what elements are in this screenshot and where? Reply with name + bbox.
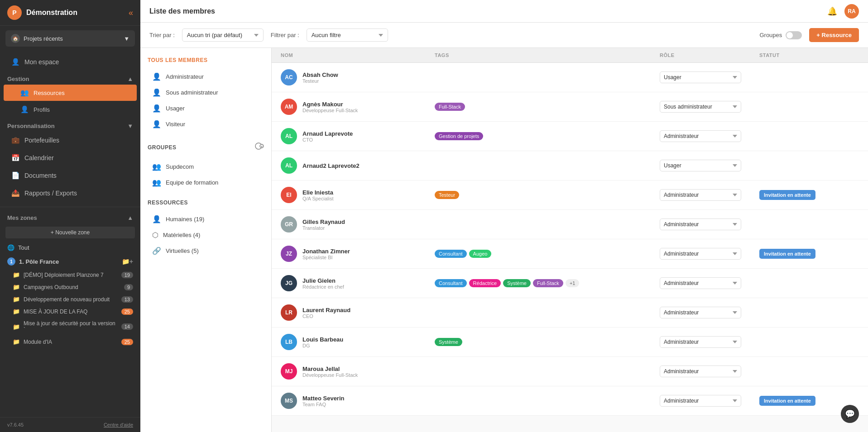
sidebar-item-rapports[interactable]: 📤 Rapports / Exports bbox=[4, 185, 137, 202]
folder-campagnes[interactable]: 📁 Campagnes Outbound 9 bbox=[0, 281, 140, 293]
project-icon: 🏠 bbox=[11, 34, 20, 43]
gestion-section-header[interactable]: Gestion ▲ bbox=[0, 71, 140, 84]
zone-add-icon[interactable]: 📁+ bbox=[122, 258, 133, 265]
folder-demo-planzone[interactable]: 📁 [DÉMO] Déploiement Planzone 7 19 bbox=[0, 269, 140, 281]
role-cell: Usager Administrateur Sous administrateu… bbox=[660, 71, 759, 83]
mes-zones-header[interactable]: Mes zones ▲ bbox=[0, 210, 140, 226]
member-details: Laurent Raynaud CEO bbox=[302, 307, 350, 319]
member-info: EI Elie Iniesta Q/A Specialist bbox=[281, 187, 435, 203]
tag: Full-Stack bbox=[533, 279, 563, 287]
resource-label: Virtuelles (5) bbox=[166, 247, 199, 254]
member-role-text: Rédactrice en chef bbox=[302, 284, 344, 290]
zone-all[interactable]: 🌐 Tout bbox=[0, 241, 140, 254]
role-select[interactable]: Administrateur Administrateur Sous admin… bbox=[660, 189, 741, 201]
member-details: Louis Barbeau DG bbox=[302, 336, 343, 348]
humaines-icon: 👤 bbox=[152, 215, 161, 223]
role-select[interactable]: Sous administrateur Administrateur Sous … bbox=[660, 101, 741, 113]
folder-securite[interactable]: 📁 Mise à jour de sécurité pour la versio… bbox=[0, 318, 140, 336]
help-link[interactable]: Centre d'aide bbox=[104, 422, 133, 427]
role-select[interactable]: Administrateur Administrateur Sous admin… bbox=[660, 366, 741, 377]
role-select[interactable]: Administrateur Administrateur Sous admin… bbox=[660, 277, 741, 289]
col-nom: NOM bbox=[281, 52, 435, 58]
mes-zones-toggle-icon: ▲ bbox=[127, 214, 133, 221]
role-select[interactable]: Administrateur Administrateur Sous admin… bbox=[660, 395, 741, 407]
member-details: Gilles Raynaud Translator bbox=[302, 218, 345, 231]
col-role: RÔLE bbox=[660, 52, 759, 58]
sidebar-item-calendrier[interactable]: 📅 Calendrier bbox=[4, 149, 137, 166]
role-select[interactable]: Usager Administrateur Sous administrateu… bbox=[660, 160, 741, 171]
folder-label: Mise à jour de sécurité pour la version … bbox=[24, 320, 118, 333]
new-zone-button[interactable]: + Nouvelle zone bbox=[5, 227, 135, 238]
avatar: LR bbox=[281, 304, 297, 321]
folder-dev-nouveau-produit[interactable]: 📁 Développement de nouveau produit 13 bbox=[0, 293, 140, 305]
right-panel: NOM TAGS RÔLE STATUT AC Absah Chow Teste… bbox=[272, 48, 868, 432]
role-select[interactable]: Administrateur Administrateur Sous admin… bbox=[660, 218, 741, 230]
ressources-icon: 👥 bbox=[20, 89, 29, 97]
svg-text:+: + bbox=[261, 145, 263, 149]
group-equipe-formation[interactable]: 👥 Equipe de formation bbox=[148, 175, 264, 190]
member-type-sous-administrateur[interactable]: 👤 Sous administrateur bbox=[148, 85, 264, 100]
portefeuilles-icon: 💼 bbox=[11, 136, 20, 144]
role-select[interactable]: Administrateur Administrateur Sous admin… bbox=[660, 248, 741, 260]
filter-select[interactable]: Aucun filtre bbox=[307, 28, 388, 42]
zone-pole-france[interactable]: 1 1. Pôle France 📁+ bbox=[0, 254, 140, 269]
resource-humaines[interactable]: 👤 Humaines (19) bbox=[148, 211, 264, 227]
role-select[interactable]: Usager Administrateur Sous administrateu… bbox=[660, 71, 741, 83]
member-type-label: Usager bbox=[166, 105, 185, 112]
avatar: EI bbox=[281, 187, 297, 203]
folder-label: MISE À JOUR DE LA FAQ bbox=[24, 309, 87, 315]
add-group-button[interactable]: + bbox=[254, 141, 264, 153]
zone-all-icon: 🌐 bbox=[7, 244, 14, 251]
user-avatar[interactable]: RA bbox=[844, 4, 859, 19]
sort-select[interactable]: Aucun tri (par défaut) bbox=[182, 28, 264, 42]
groups-toggle[interactable] bbox=[786, 31, 802, 39]
notification-bell-icon[interactable]: 🔔 bbox=[827, 6, 837, 16]
chat-icon[interactable]: 💬 bbox=[841, 405, 859, 423]
sidebar-logo: P Démonstration bbox=[7, 5, 77, 20]
project-selector[interactable]: 🏠 Projets récents ▼ bbox=[5, 30, 135, 47]
role-cell: Sous administrateur Administrateur Sous … bbox=[660, 101, 759, 113]
role-cell: Administrateur Administrateur Sous admin… bbox=[660, 130, 759, 142]
member-type-usager[interactable]: 👤 Usager bbox=[148, 100, 264, 116]
member-info: AM Agnès Makour Développeuse Full-Stack bbox=[281, 99, 435, 115]
folder-module-ia[interactable]: 📁 Module d'IA 25 bbox=[0, 336, 140, 348]
content-area: TOUS LES MEMBRES 👤 Administrateur 👤 Sous… bbox=[140, 48, 868, 432]
sidebar-divider bbox=[0, 207, 140, 207]
member-type-visiteur[interactable]: 👤 Visiteur bbox=[148, 116, 264, 132]
role-select[interactable]: Administrateur Administrateur Sous admin… bbox=[660, 336, 741, 348]
member-info: MS Matteo Severin Team FAQ bbox=[281, 393, 435, 409]
sidebar-collapse-button[interactable]: « bbox=[129, 8, 133, 18]
sidebar-item-profils[interactable]: 👤 Profils bbox=[4, 101, 137, 118]
folder-mise-a-jour-faq[interactable]: 📁 MISE À JOUR DE LA FAQ 25 bbox=[0, 305, 140, 318]
avatar: MJ bbox=[281, 363, 297, 380]
role-select[interactable]: Administrateur Administrateur Sous admin… bbox=[660, 307, 741, 318]
member-name: Maroua Jellal bbox=[302, 366, 358, 372]
member-info: AL Arnaud Laprevote CTO bbox=[281, 128, 435, 144]
tag: Consultant bbox=[435, 250, 467, 258]
add-resource-button[interactable]: + Ressource bbox=[809, 28, 859, 42]
sidebar-item-documents[interactable]: 📄 Documents bbox=[4, 167, 137, 184]
tags-cell: Gestion de projets bbox=[435, 132, 660, 140]
member-name: Gilles Raynaud bbox=[302, 218, 345, 225]
sidebar-item-label: Documents bbox=[24, 172, 57, 179]
member-info: GR Gilles Raynaud Translator bbox=[281, 216, 435, 233]
group-supdecom[interactable]: 👥 Supdecom bbox=[148, 159, 264, 175]
table-row: AL Arnaud Laprevote CTO Gestion de proje… bbox=[272, 122, 868, 151]
member-role-text: Testeur bbox=[302, 78, 338, 84]
sidebar-item-portefeuilles[interactable]: 💼 Portefeuilles bbox=[4, 132, 137, 149]
folder-icon: 📁 bbox=[13, 284, 20, 290]
sidebar-item-ressources[interactable]: 👥 Ressources bbox=[4, 85, 137, 101]
resource-virtuelles[interactable]: 🔗 Virtuelles (5) bbox=[148, 243, 264, 259]
resource-materielles[interactable]: ⬡ Matérielles (4) bbox=[148, 227, 264, 243]
group-label: Supdecom bbox=[166, 163, 194, 170]
table-row: JG Julie Gielen Rédactrice en chef Consu… bbox=[272, 269, 868, 298]
role-select[interactable]: Administrateur Administrateur Sous admin… bbox=[660, 130, 741, 142]
status-badge: Invitation en attente bbox=[759, 396, 815, 406]
sidebar-item-mon-espace[interactable]: 👤 Mon espace bbox=[4, 53, 137, 71]
avatar: GR bbox=[281, 216, 297, 233]
member-type-administrateur[interactable]: 👤 Administrateur bbox=[148, 69, 264, 85]
member-role-text: Translator bbox=[302, 225, 345, 231]
personnalisation-section-header[interactable]: Personnalisation ▼ bbox=[0, 118, 140, 131]
resources-section: RESSOURCES 👤 Humaines (19) ⬡ Matérielles… bbox=[148, 199, 264, 259]
folder-icon: 📁 bbox=[13, 308, 20, 315]
